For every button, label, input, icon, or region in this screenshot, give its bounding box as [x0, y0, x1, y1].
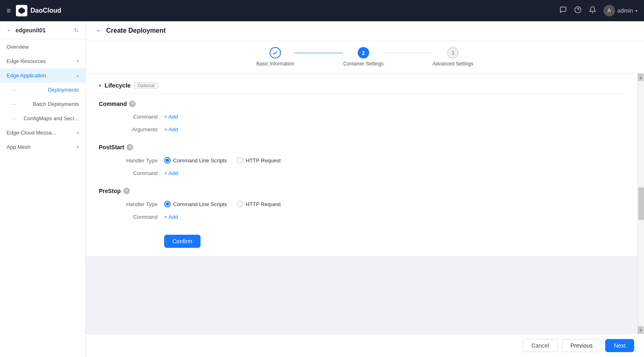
sidebar-label-batch-deployments: Batch Deployments [33, 101, 79, 107]
sidebar-back-icon[interactable]: ← [7, 27, 12, 34]
arguments-label: Arguments [123, 126, 164, 132]
poststart-command-label: Command [123, 170, 164, 176]
poststart-handler-row: Handler Type Command Line Scripts HTTP R… [99, 157, 624, 164]
sidebar-item-edge-cloud-messa[interactable]: Edge-Cloud Messa... ▾ [0, 126, 85, 140]
page-back-button[interactable]: ← [96, 27, 102, 34]
chevron-down-icon-3: ▾ [77, 145, 79, 149]
sidebar-item-app-mesh[interactable]: App Mesh ▾ [0, 140, 85, 154]
step-3-circle: 3 [447, 47, 459, 58]
prestop-command-row: Command + Add [99, 214, 624, 220]
prestop-radio-cmdline[interactable]: Command Line Scripts [164, 201, 227, 207]
sidebar-item-edge-resources[interactable]: Edge Resources ▾ [0, 54, 85, 68]
previous-button[interactable]: Previous [562, 339, 601, 352]
command-title-text: Command [99, 101, 127, 107]
poststart-radio-cmdline-label: Command Line Scripts [173, 157, 227, 164]
dash-icon-3: — [11, 116, 16, 121]
form-card: ▾ Lifecycle Optional Command ? Command +… [86, 74, 637, 256]
command-help-icon[interactable]: ? [129, 101, 136, 107]
svg-marker-0 [18, 7, 25, 14]
sidebar-label-app-mesh: App Mesh [7, 144, 31, 150]
prestop-radio-group: Command Line Scripts HTTP Request [164, 201, 281, 207]
step-3-label: Advanced Settings [432, 61, 473, 67]
prestop-command-label: Command [123, 214, 164, 220]
step-2: 2 Container Settings [343, 47, 383, 67]
stepper: Basic Information 2 Container Settings 3… [256, 47, 474, 67]
dash-icon: — [11, 88, 16, 92]
form-scroll-area[interactable]: ▲ ▼ ▾ Lifecycle Optional Command ? [86, 74, 644, 334]
prestop-handler-row: Handler Type Command Line Scripts HTTP R… [99, 201, 624, 207]
poststart-radio-group: Command Line Scripts HTTP Request [164, 157, 281, 164]
main-layout: ← edgeunit01 ↻ Overview Edge Resources ▾… [0, 21, 644, 357]
command-section: Command ? Command + Add Arguments + Add [99, 101, 624, 132]
sidebar-label-overview: Overview [7, 44, 29, 50]
cancel-button[interactable]: Cancel [523, 339, 558, 352]
user-menu[interactable]: A admin ▾ [604, 5, 637, 16]
poststart-handler-label: Handler Type [123, 157, 164, 164]
page-title: Create Deployment [106, 27, 166, 34]
prestop-section: PreStop ? Handler Type Command Line Scri… [99, 188, 624, 220]
prestop-help-icon[interactable]: ? [123, 188, 130, 194]
topnav-left: ≡ DaoCloud [7, 5, 61, 16]
sidebar-item-overview[interactable]: Overview [0, 40, 85, 54]
sidebar-item-deployments[interactable]: — Deployments [0, 83, 85, 97]
step-1-circle [270, 47, 281, 58]
poststart-section-title: PostStart ? [99, 144, 624, 150]
bell-icon[interactable] [589, 6, 596, 15]
poststart-radio-cmdline-circle [164, 157, 171, 164]
command-label: Command [123, 114, 164, 120]
step-3: 3 Advanced Settings [432, 47, 473, 67]
next-button[interactable]: Next [605, 339, 634, 352]
sidebar-label-edge-application: Edge Application [7, 72, 46, 79]
prestop-section-title: PreStop ? [99, 188, 624, 194]
unit-name: edgeunit01 [16, 27, 71, 34]
refresh-icon[interactable]: ↻ [74, 27, 79, 34]
sidebar-item-batch-deployments[interactable]: — Batch Deployments [0, 97, 85, 111]
poststart-title-text: PostStart [99, 144, 124, 150]
step-1: Basic Information [256, 47, 294, 67]
sidebar-item-edge-application[interactable]: Edge Application ▴ [0, 68, 85, 83]
logo: DaoCloud [16, 5, 62, 16]
poststart-radio-http[interactable]: HTTP Request [237, 157, 281, 164]
sidebar: ← edgeunit01 ↻ Overview Edge Resources ▾… [0, 21, 86, 357]
logo-icon [16, 5, 27, 16]
logo-text: DaoCloud [31, 7, 62, 14]
poststart-radio-http-circle [237, 157, 243, 164]
step-connector-2 [383, 53, 432, 53]
arguments-add-button[interactable]: + Add [164, 126, 178, 132]
poststart-help-icon[interactable]: ? [127, 144, 133, 150]
prestop-command-add-button[interactable]: + Add [164, 214, 178, 220]
hamburger-menu-icon[interactable]: ≡ [7, 7, 11, 15]
scroll-up-arrow[interactable]: ▲ [638, 74, 644, 81]
prestop-title-text: PreStop [99, 188, 121, 194]
prestop-radio-http[interactable]: HTTP Request [237, 201, 281, 207]
lifecycle-section-header: ▾ Lifecycle Optional [99, 82, 624, 94]
scrollbar-track: ▲ ▼ [637, 74, 644, 334]
help-icon[interactable] [574, 6, 582, 15]
collapse-icon[interactable]: ▾ [99, 83, 101, 88]
optional-badge: Optional [134, 82, 158, 89]
command-add-button[interactable]: + Add [164, 114, 178, 120]
command-section-title: Command ? [99, 101, 624, 107]
step-connector-1 [294, 53, 343, 53]
sidebar-label-edge-cloud: Edge-Cloud Messa... [7, 130, 56, 136]
chevron-down-icon-2: ▾ [77, 130, 79, 135]
poststart-section: PostStart ? Handler Type Command Line Sc… [99, 144, 624, 176]
poststart-radio-cmdline[interactable]: Command Line Scripts [164, 157, 227, 164]
stepper-bar: Basic Information 2 Container Settings 3… [86, 40, 644, 74]
avatar: A [604, 5, 615, 16]
dash-icon-2: — [11, 102, 16, 106]
poststart-command-row: Command + Add [99, 170, 624, 176]
chat-icon[interactable] [559, 6, 567, 15]
step-2-label: Container Settings [343, 61, 383, 67]
scroll-down-arrow[interactable]: ▼ [638, 326, 644, 334]
lifecycle-title: Lifecycle [105, 82, 131, 89]
confirm-button[interactable]: Confirm [164, 235, 201, 248]
poststart-command-add-button[interactable]: + Add [164, 170, 178, 176]
step-1-label: Basic Information [256, 61, 294, 67]
user-dropdown-icon: ▾ [635, 9, 637, 13]
chevron-down-icon: ▾ [77, 59, 79, 63]
footer-bar: Cancel Previous Next [86, 334, 644, 357]
content-area: ← Create Deployment Basic Information 2 … [86, 21, 644, 357]
sidebar-item-configmaps[interactable]: — ConfigMaps and Secr... [0, 111, 85, 126]
scroll-thumb[interactable] [638, 187, 644, 220]
